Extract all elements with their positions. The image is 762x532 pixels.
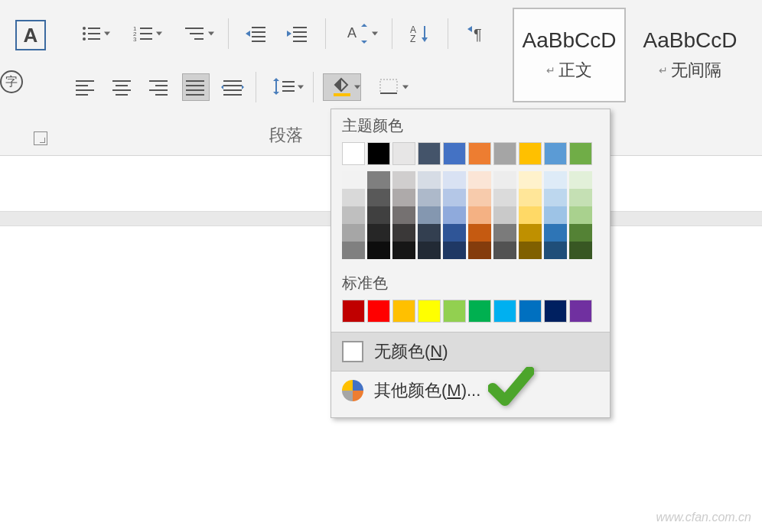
svg-marker-54: [221, 85, 223, 89]
color-swatch[interactable]: [418, 171, 441, 189]
color-swatch[interactable]: [367, 224, 390, 242]
color-swatch[interactable]: [544, 142, 567, 165]
color-swatch[interactable]: [443, 189, 466, 206]
sort-button[interactable]: AZ: [406, 20, 434, 47]
color-swatch[interactable]: [519, 171, 542, 189]
color-swatch[interactable]: [443, 142, 466, 165]
color-swatch[interactable]: [519, 206, 542, 224]
color-swatch[interactable]: [392, 300, 415, 323]
color-swatch[interactable]: [367, 142, 390, 165]
character-border-button[interactable]: A: [15, 20, 46, 50]
align-center-button[interactable]: [109, 73, 136, 101]
align-left-button[interactable]: [72, 73, 99, 101]
asian-layout-button[interactable]: A: [340, 20, 378, 47]
enclose-characters-button[interactable]: 字: [0, 70, 23, 93]
color-swatch[interactable]: [418, 224, 441, 242]
color-swatch[interactable]: [544, 300, 567, 323]
multilevel-list-button[interactable]: [176, 20, 214, 47]
color-swatch[interactable]: [392, 171, 415, 189]
color-swatch[interactable]: [367, 242, 390, 259]
color-swatch[interactable]: [544, 171, 567, 189]
color-swatch[interactable]: [342, 242, 365, 259]
color-swatch[interactable]: [468, 206, 491, 224]
svg-marker-19: [246, 31, 250, 37]
color-swatch[interactable]: [569, 300, 592, 323]
color-swatch[interactable]: [569, 171, 592, 189]
color-swatch[interactable]: [569, 189, 592, 206]
color-swatch[interactable]: [519, 242, 542, 259]
color-swatch[interactable]: [443, 300, 466, 323]
color-swatch[interactable]: [418, 206, 441, 224]
color-swatch[interactable]: [493, 142, 516, 165]
style-no-spacing[interactable]: AaBbCcD 无间隔: [633, 8, 747, 102]
color-swatch[interactable]: [493, 206, 516, 224]
color-swatch[interactable]: [493, 171, 516, 189]
color-swatch[interactable]: [342, 189, 365, 206]
color-swatch[interactable]: [392, 189, 415, 206]
chevron-down-icon: [104, 32, 110, 36]
color-swatch[interactable]: [569, 206, 592, 224]
color-swatch[interactable]: [544, 189, 567, 206]
color-swatch[interactable]: [342, 224, 365, 242]
color-swatch[interactable]: [418, 242, 441, 259]
color-swatch[interactable]: [392, 206, 415, 224]
color-swatch[interactable]: [569, 242, 592, 259]
color-swatch[interactable]: [342, 171, 365, 189]
color-swatch[interactable]: [418, 189, 441, 206]
bullets-button[interactable]: [72, 20, 110, 47]
numbering-button[interactable]: 123: [124, 20, 162, 47]
color-swatch[interactable]: [544, 206, 567, 224]
color-swatch[interactable]: [367, 300, 390, 323]
color-swatch[interactable]: [418, 300, 441, 323]
line-spacing-button[interactable]: [265, 73, 304, 101]
color-swatch[interactable]: [544, 242, 567, 259]
color-swatch[interactable]: [418, 142, 441, 165]
color-swatch[interactable]: [367, 189, 390, 206]
color-swatch[interactable]: [468, 189, 491, 206]
color-swatch[interactable]: [443, 171, 466, 189]
color-swatch[interactable]: [493, 300, 516, 323]
color-swatch[interactable]: [569, 224, 592, 242]
align-right-button[interactable]: [145, 73, 173, 101]
color-swatch[interactable]: [392, 224, 415, 242]
color-swatch[interactable]: [367, 171, 390, 189]
color-swatch[interactable]: [493, 242, 516, 259]
align-justify-button[interactable]: [182, 73, 210, 101]
show-marks-button[interactable]: ¶: [462, 20, 490, 47]
color-swatch[interactable]: [493, 189, 516, 206]
align-distributed-button[interactable]: [219, 73, 246, 101]
no-color-item[interactable]: 无颜色(N): [331, 332, 610, 371]
font-dialog-launcher[interactable]: [34, 131, 47, 145]
borders-button[interactable]: [370, 73, 409, 101]
shading-button[interactable]: [323, 73, 361, 101]
color-swatch[interactable]: [493, 224, 516, 242]
increase-indent-button[interactable]: [284, 20, 311, 47]
color-swatch[interactable]: [443, 224, 466, 242]
color-swatch[interactable]: [342, 206, 365, 224]
color-swatch[interactable]: [367, 206, 390, 224]
color-swatch[interactable]: [468, 224, 491, 242]
color-swatch[interactable]: [443, 206, 466, 224]
color-swatch[interactable]: [519, 224, 542, 242]
checkmark-icon: [488, 367, 534, 408]
color-swatch[interactable]: [569, 142, 592, 165]
color-swatch[interactable]: [519, 189, 542, 206]
decrease-indent-button[interactable]: [243, 20, 270, 47]
color-swatch[interactable]: [342, 142, 365, 165]
color-swatch[interactable]: [519, 142, 542, 165]
svg-marker-57: [273, 78, 279, 81]
paragraph-group-label: 段落: [269, 124, 303, 147]
color-swatch[interactable]: [468, 142, 491, 165]
color-swatch[interactable]: [443, 242, 466, 259]
color-swatch[interactable]: [468, 242, 491, 259]
color-swatch[interactable]: [392, 142, 415, 165]
color-swatch[interactable]: [468, 300, 491, 323]
style-normal[interactable]: AaBbCcD 正文: [513, 8, 626, 102]
color-swatch[interactable]: [519, 300, 542, 323]
color-swatch[interactable]: [544, 224, 567, 242]
color-swatch[interactable]: [468, 171, 491, 189]
svg-marker-27: [361, 41, 367, 44]
color-swatch[interactable]: [342, 300, 365, 323]
more-colors-item[interactable]: 其他颜色(M)...: [331, 371, 610, 410]
color-swatch[interactable]: [392, 242, 415, 259]
